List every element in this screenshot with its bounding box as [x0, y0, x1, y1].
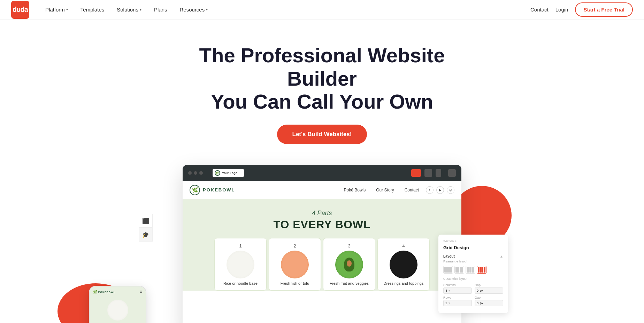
sauce-image	[390, 251, 417, 278]
browser-view-icons	[411, 169, 456, 177]
browser-dot-yellow	[194, 171, 197, 175]
nav-templates[interactable]: Templates	[76, 4, 109, 15]
fish-image	[281, 251, 309, 278]
website-nav-links: Poké Bowls Our Story Contact	[344, 188, 419, 192]
pokebowl-content: 4 Parts TO EVERY BOWL 1 Rice or noodle b…	[183, 199, 461, 291]
tablet-view-icon[interactable]	[424, 169, 432, 177]
rows-stepper[interactable]: ▾	[449, 301, 450, 305]
mobile-menu-icon[interactable]: ≡	[140, 289, 142, 294]
nav-links: Platform ▾ Templates Solutions ▾ Plans R…	[40, 4, 530, 15]
solutions-chevron-icon: ▾	[140, 8, 141, 11]
bowl-tagline: 4 Parts	[190, 210, 454, 217]
row-gap-field: Gap 0 px	[475, 296, 503, 306]
bowl-item-fish: 2 Fresh fish or tofu	[269, 238, 321, 291]
col-gap-input[interactable]: 0 px	[475, 287, 503, 294]
youtube-icon[interactable]: ▶	[436, 186, 444, 194]
hero-cta-button[interactable]: Let's Build Websites!	[277, 125, 367, 144]
columns-input[interactable]: 4 ▾	[443, 287, 472, 294]
grid-design-panel: Section > Grid Design Layout ▲ Rearrange…	[438, 235, 508, 313]
columns-row: Columns 4 ▾ Gap 0 px	[443, 283, 503, 294]
nav-contact[interactable]: Contact	[405, 188, 419, 192]
nav-ourstory[interactable]: Our Story	[376, 188, 394, 192]
layout-2col[interactable]	[454, 266, 464, 274]
mobile-content: Rice or noodle base	[90, 297, 146, 323]
mobile-rice-image	[107, 300, 128, 321]
layout-1col[interactable]	[443, 266, 453, 274]
your-logo-box: 🌿 Your Logo	[213, 169, 244, 177]
mobile-header: 🌿 POKEBOWL ≡	[90, 286, 146, 297]
preview-area: ⬛ 🎓 🌿 Your Logo	[0, 158, 644, 323]
nav-resources[interactable]: Resources ▾	[175, 4, 213, 15]
instagram-icon[interactable]: ◎	[447, 186, 454, 194]
builder-sidebar: ⬛ 🎓	[139, 214, 153, 242]
mobile-preview: 🌿 POKEBOWL ≡ Rice or noodle base	[89, 286, 146, 323]
your-logo-text: Your Logo	[222, 171, 237, 175]
bowl-grid: 1 Rice or noodle base 2 Fresh fish or to…	[190, 238, 454, 291]
panel-title: Grid Design	[443, 245, 503, 250]
mobile-leaf-icon: 🌿 POKEBOWL	[93, 290, 115, 294]
nav-pokebowls[interactable]: Poké Bowls	[344, 188, 366, 192]
layout-toggle-icon[interactable]: ▲	[500, 254, 503, 258]
start-trial-button[interactable]: Start a Free Trial	[575, 2, 633, 17]
pokebowl-leaf-icon: 🌿	[190, 185, 200, 195]
home-icon[interactable]	[448, 169, 456, 177]
columns-stepper[interactable]: ▾	[449, 289, 450, 292]
duda-logo[interactable]: duda	[11, 1, 29, 19]
website-navbar: 🌿 POKEBOWL Poké Bowls Our Story Contact …	[183, 181, 461, 199]
phone-view-icon[interactable]	[436, 169, 441, 177]
rearrange-label: Rearrange layout	[443, 260, 503, 263]
bowl-item-sauce: 4 Dressings and toppings	[377, 238, 430, 291]
browser-dot-green	[199, 171, 203, 175]
layout-label: Layout ▲	[443, 254, 503, 258]
builder-widget-icon[interactable]: 🎓	[139, 228, 153, 242]
builder-layers-icon[interactable]: ⬛	[139, 214, 153, 228]
customize-label: Customize layout	[443, 277, 503, 281]
browser-dots	[188, 171, 203, 175]
nav-solutions[interactable]: Solutions ▾	[112, 4, 146, 15]
pokebowl-logo: 🌿 POKEBOWL	[190, 185, 235, 195]
rows-field: Rows 1 ▾	[443, 296, 472, 306]
navbar: duda Platform ▾ Templates Solutions ▾ Pl…	[0, 0, 644, 19]
columns-field: Columns 4 ▾	[443, 283, 472, 294]
col-gap-field: Gap 0 px	[475, 283, 503, 294]
login-link[interactable]: Login	[555, 7, 568, 13]
social-icons: f ▶ ◎	[426, 186, 454, 194]
avo-image	[335, 251, 363, 278]
logo-circle: 🌿	[215, 170, 220, 176]
contact-link[interactable]: Contact	[530, 7, 549, 13]
rice-image	[227, 251, 254, 278]
browser-chrome-bar: 🌿 Your Logo	[183, 165, 461, 181]
logo-text: duda	[13, 6, 28, 14]
hero-section: The Professional Website Builder You Can…	[0, 19, 644, 158]
platform-chevron-icon: ▾	[66, 8, 68, 11]
resources-chevron-icon: ▾	[206, 8, 208, 11]
rows-row: Rows 1 ▾ Gap 0 px	[443, 296, 503, 306]
bowl-item-avo: 3 Fresh fruit and veggies	[323, 238, 375, 291]
browser-dot-red	[188, 171, 192, 175]
layout-4col[interactable]	[477, 266, 486, 274]
nav-right: Contact Login Start a Free Trial	[530, 2, 633, 17]
bowl-headline: TO EVERY BOWL	[190, 218, 454, 231]
hero-title: The Professional Website Builder You Can…	[186, 44, 458, 113]
nav-plans[interactable]: Plans	[149, 4, 172, 15]
rows-input[interactable]: 1 ▾	[443, 300, 472, 306]
facebook-icon[interactable]: f	[426, 186, 434, 194]
layout-3col[interactable]	[466, 266, 475, 274]
pokebowl-brand-name: POKEBOWL	[203, 187, 235, 192]
browser-window: 🌿 Your Logo 🌿 POKEBOWL Poké Bowls Our St…	[183, 165, 461, 323]
desktop-view-icon[interactable]	[411, 169, 421, 177]
row-gap-input[interactable]: 0 px	[475, 300, 503, 306]
bowl-item-rice: 1 Rice or noodle base	[214, 238, 267, 291]
nav-platform[interactable]: Platform ▾	[40, 4, 73, 15]
layout-options	[443, 266, 503, 274]
panel-breadcrumb: Section >	[443, 239, 503, 243]
